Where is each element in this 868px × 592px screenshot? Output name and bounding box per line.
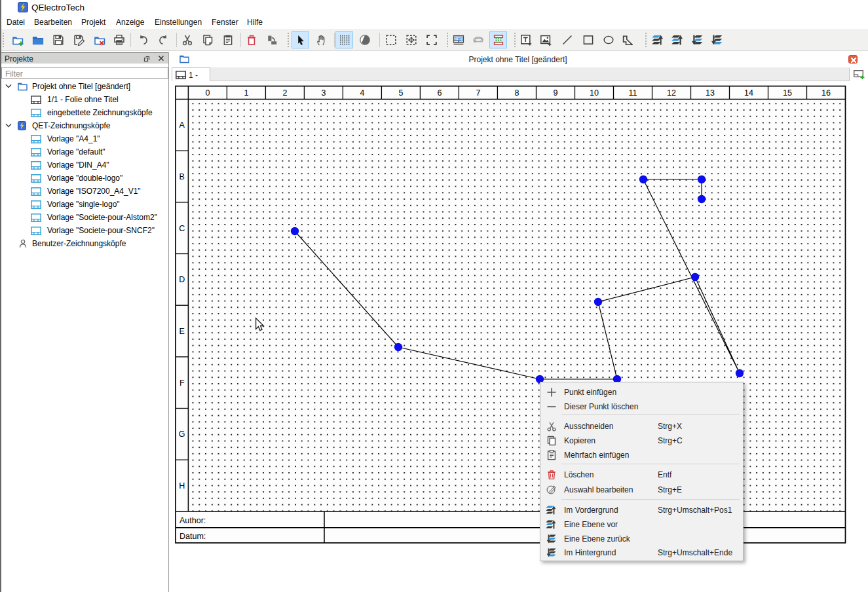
svg-text:0: 0	[205, 88, 210, 98]
svg-text:2: 2	[282, 88, 287, 98]
svg-text:3: 3	[321, 88, 326, 98]
svg-text:F: F	[179, 379, 185, 388]
svg-text:14: 14	[744, 88, 753, 98]
svg-text:H: H	[179, 481, 185, 490]
svg-text:1: 1	[244, 88, 248, 98]
svg-text:B: B	[179, 172, 185, 181]
svg-text:G: G	[179, 430, 185, 439]
svg-text:C: C	[179, 224, 185, 233]
svg-text:D: D	[179, 275, 185, 284]
svg-text:13: 13	[706, 88, 715, 98]
svg-text:A: A	[179, 120, 185, 130]
svg-text:12: 12	[667, 88, 676, 98]
svg-text:Datum:: Datum:	[179, 532, 206, 541]
svg-text:6: 6	[437, 88, 442, 98]
svg-text:9: 9	[554, 88, 558, 98]
svg-text:E: E	[179, 327, 185, 336]
svg-text:7: 7	[476, 88, 480, 98]
svg-text:11: 11	[629, 88, 637, 98]
svg-text:Author:: Author:	[179, 516, 206, 525]
svg-text:15: 15	[783, 88, 792, 98]
svg-text:16: 16	[821, 88, 831, 98]
svg-text:10: 10	[590, 88, 599, 98]
svg-text:5: 5	[398, 88, 403, 98]
svg-text:8: 8	[515, 88, 519, 98]
svg-text:4: 4	[360, 88, 364, 98]
